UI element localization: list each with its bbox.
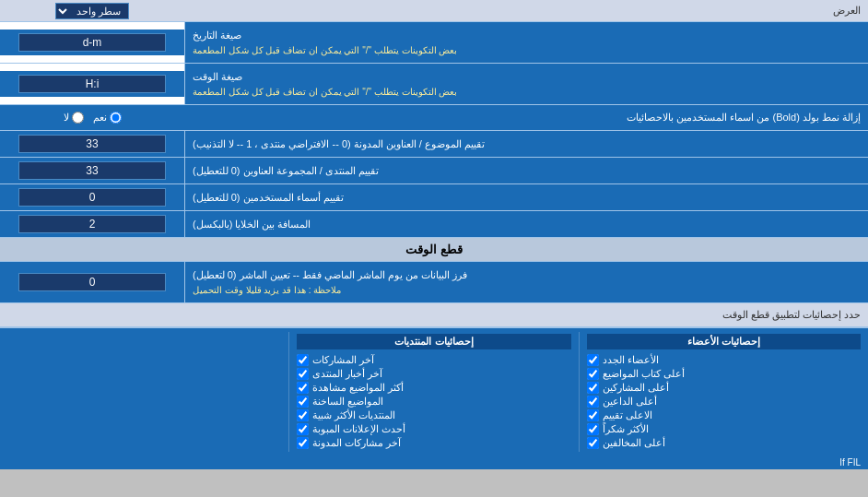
sort-forum-input[interactable]	[18, 161, 166, 180]
list-item: أكثر المواضيع مشاهدة	[297, 381, 570, 395]
list-item: الاعلى تقييم	[587, 408, 861, 422]
checkbox-most-thanked[interactable]	[587, 423, 599, 435]
stats-members-header: إحصائيات الأعضاء	[587, 334, 861, 349]
checkbox-most-similar-forums[interactable]	[297, 409, 309, 421]
sort-topics-label: تقييم الموضوع / العناوين المدونة (0 -- ا…	[184, 131, 868, 157]
checkbox-top-inviters[interactable]	[587, 396, 599, 408]
time-cut-header: قطع الوقت	[0, 238, 868, 262]
date-format-label: صيغة التاريخ بعض التكوينات يتطلب "/" الت…	[184, 22, 868, 63]
list-item: الأكثر شكراً	[587, 422, 861, 436]
checkbox-top-violators[interactable]	[587, 437, 599, 449]
list-item: أعلى كتاب المواضيع	[587, 367, 861, 381]
time-format-input[interactable]	[18, 75, 166, 93]
stats-empty-col	[0, 332, 288, 452]
bottom-note: If FIL	[0, 456, 868, 469]
sort-forum-row: تقييم المنتدى / المجموعة العناوين (0 للت…	[0, 158, 868, 184]
checkbox-most-viewed[interactable]	[297, 382, 309, 394]
list-item: أحدث الإعلانات المبوبة	[297, 422, 570, 436]
time-format-input-area	[0, 71, 184, 97]
checkbox-top-participants[interactable]	[587, 382, 599, 394]
cell-spacing-label: المسافة بين الخلايا (بالبكسل)	[184, 211, 868, 237]
checkbox-latest-classified[interactable]	[297, 423, 309, 435]
time-cut-input-area	[0, 269, 184, 295]
sort-topics-input-area	[0, 131, 184, 157]
cell-spacing-input[interactable]	[18, 215, 166, 233]
sort-users-label: تقييم أسماء المستخدمين (0 للتعطيل)	[184, 184, 868, 210]
list-item: أعلى المخالفين	[587, 436, 861, 450]
sort-users-input[interactable]	[18, 188, 166, 207]
stats-limit-label: حدد إحصائيات لتطبيق قطع الوقت	[0, 306, 868, 324]
sort-topics-row: تقييم الموضوع / العناوين المدونة (0 -- ا…	[0, 131, 868, 158]
bold-no-radio[interactable]	[72, 112, 84, 124]
bold-yes-radio[interactable]	[110, 112, 122, 124]
stats-members-col: إحصائيات الأعضاء الأعضاء الجدد أعلى كتاب…	[580, 332, 868, 452]
sort-forum-label: تقييم المنتدى / المجموعة العناوين (0 للت…	[184, 158, 868, 183]
checkbox-top-rated[interactable]	[587, 409, 599, 421]
stats-forums-col: إحصائيات المنتديات آخر المشاركات آخر أخب…	[289, 332, 578, 452]
sort-topics-input[interactable]	[18, 135, 166, 153]
sort-users-input-area	[0, 184, 184, 210]
stats-checkboxes-area: إحصائيات الأعضاء الأعضاء الجدد أعلى كتاب…	[0, 327, 868, 456]
display-select-area[interactable]: سطر واحدسطرينثلاثة أسطر	[0, 1, 184, 21]
sort-users-row: تقييم أسماء المستخدمين (0 للتعطيل)	[0, 184, 868, 211]
list-item: المنتديات الأكثر شبية	[297, 408, 570, 422]
checkbox-blog-posts[interactable]	[297, 437, 309, 449]
time-format-label: صيغة الوقت بعض التكوينات يتطلب "/" التي …	[184, 64, 868, 104]
checkbox-hot-topics[interactable]	[297, 396, 309, 408]
time-cut-label: فرز البيانات من يوم الماشر الماضي فقط --…	[184, 262, 868, 302]
list-item: أعلى المشاركين	[587, 381, 861, 395]
list-item: آخر المشاركات	[297, 353, 570, 367]
cell-spacing-row: المسافة بين الخلايا (بالبكسل)	[0, 211, 868, 238]
bold-remove-row: إزالة نمط بولد (Bold) من اسماء المستخدمي…	[0, 105, 868, 131]
cell-spacing-input-area	[0, 211, 184, 237]
time-cut-input[interactable]	[18, 273, 166, 291]
list-item: آخر أخبار المنتدى	[297, 367, 570, 381]
time-cut-row: فرز البيانات من يوم الماشر الماضي فقط --…	[0, 262, 868, 303]
checkbox-last-posts[interactable]	[297, 354, 309, 366]
date-format-row: صيغة التاريخ بعض التكوينات يتطلب "/" الت…	[0, 22, 868, 64]
col-divider-2	[288, 332, 289, 452]
bold-no-label[interactable]: لا	[64, 112, 84, 124]
checkbox-new-members[interactable]	[587, 354, 599, 366]
bold-remove-label: إزالة نمط بولد (Bold) من اسماء المستخدمي…	[184, 108, 868, 127]
list-item: المواضيع الساخنة	[297, 395, 570, 408]
bold-yes-label[interactable]: نعم	[93, 112, 122, 124]
checkbox-top-topic-writers[interactable]	[587, 368, 599, 380]
sort-forum-input-area	[0, 158, 184, 183]
stats-limit-row: حدد إحصائيات لتطبيق قطع الوقت	[0, 303, 868, 327]
display-row: العرض سطر واحدسطرينثلاثة أسطر	[0, 0, 868, 22]
date-format-input[interactable]	[18, 33, 166, 52]
time-format-row: صيغة الوقت بعض التكوينات يتطلب "/" التي …	[0, 64, 868, 105]
display-label: العرض	[184, 2, 868, 19]
col-divider-1	[579, 332, 580, 452]
list-item: أعلى الداعين	[587, 395, 861, 408]
list-item: آخر مشاركات المدونة	[297, 436, 570, 450]
bold-remove-controls: نعم لا	[0, 110, 184, 125]
date-format-input-area	[0, 30, 184, 55]
checkbox-latest-news[interactable]	[297, 368, 309, 380]
stats-forums-header: إحصائيات المنتديات	[297, 334, 570, 349]
list-item: الأعضاء الجدد	[587, 353, 861, 367]
display-select[interactable]: سطر واحدسطرينثلاثة أسطر	[55, 3, 129, 19]
